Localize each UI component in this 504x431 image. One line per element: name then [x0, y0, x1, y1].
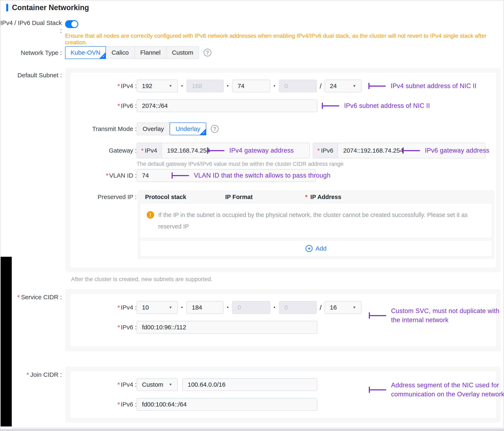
subnet-ipv4-octet3-input[interactable]: 74	[232, 80, 270, 92]
subnet-ipv4-octet2-input: 168	[187, 80, 224, 92]
dot-separator: ·	[270, 303, 279, 312]
preserved-ip-row: Preserved IP : Protocol stack IP Format …	[70, 190, 496, 259]
default-subnet-panel: * IPv4 : 192 ▼ · 168 · 74 · 0	[65, 68, 501, 272]
default-subnet-label: Default Subnet :	[0, 72, 62, 79]
column-ip-format: IP Format	[225, 194, 305, 200]
join-ipv6-label: * IPv6 :	[70, 401, 137, 408]
service-ipv4-octet1-select[interactable]: 10 ▼	[137, 301, 178, 314]
warning-icon: !	[147, 211, 154, 219]
gateway-ipv6-annotation: IPv6 gateway address	[403, 147, 489, 154]
transmit-mode-segmented: Overlay Underlay ✓	[137, 122, 206, 135]
tab-calico[interactable]: Calico	[106, 46, 135, 59]
dot-separator: ·	[178, 82, 187, 90]
annotation-marker	[207, 148, 224, 154]
default-subnet-card: * IPv4 : 192 ▼ · 168 · 74 · 0	[70, 73, 496, 268]
tab-kube-ovn-label: Kube-OVN	[71, 49, 100, 56]
caret-down-icon: ▼	[169, 306, 172, 309]
tab-kube-ovn[interactable]: Kube-OVN ✓	[65, 46, 106, 59]
dual-stack-toggle[interactable]	[65, 20, 78, 28]
annotation-marker	[369, 387, 386, 393]
gateway-ipv4-annotation: IPv4 gateway address	[207, 147, 294, 154]
tab-custom[interactable]: Custom	[166, 46, 199, 59]
join-cidr-panel: * IPv4 : Custom ▼ 100.64.0.0/16 * IPv6 :…	[65, 367, 501, 423]
column-protocol-stack: Protocol stack	[145, 194, 225, 200]
gateway-ipv6-value[interactable]: 2074::192.168.74.254	[338, 143, 409, 158]
preserved-ip-table-header: Protocol stack IP Format * IP Address	[141, 190, 492, 204]
gateway-label: Gateway :	[70, 147, 137, 154]
preserved-ip-notice: ! If the IP in the subnet is occupied by…	[141, 204, 492, 238]
slash-separator: /	[317, 304, 324, 312]
annotation-marker	[369, 83, 386, 89]
join-cidr-card: * IPv4 : Custom ▼ 100.64.0.0/16 * IPv6 :…	[70, 371, 496, 418]
network-type-segmented: Kube-OVN ✓ Calico Flannel Custom	[65, 46, 199, 59]
annotation-marker	[403, 148, 420, 154]
service-cidr-panel: * IPv4 : 10 ▼ · 184 · 0 · 0	[65, 289, 501, 351]
redaction-block	[1, 257, 12, 426]
subnet-ipv4-label: * IPv4 :	[70, 83, 137, 90]
service-cidr-card: * IPv4 : 10 ▼ · 184 · 0 · 0	[70, 294, 496, 347]
transmit-mode-label: Transmit Mode :	[70, 125, 137, 132]
subnet-ipv6-label: * IPv6 :	[70, 102, 137, 109]
annotation-marker	[172, 172, 189, 178]
tab-flannel: Flannel	[134, 46, 166, 59]
network-type-tabs: Kube-OVN ✓ Calico Flannel Custom ?	[65, 46, 211, 59]
tab-flannel-label: Flannel	[140, 49, 161, 56]
subnet-ipv4-octet4-input: 0	[279, 80, 317, 92]
container-networking-form: Container Networking IPv4 / IPv6 Dual St…	[0, 0, 504, 431]
service-ipv4-label: * IPv4 :	[70, 304, 137, 311]
subnet-ipv4-annotation: IPv4 subnet address of NIC II	[369, 82, 477, 90]
service-ipv6-input[interactable]: fd00:10:96::/112	[137, 321, 317, 334]
gateway-ipv4-group[interactable]: * IPv4 192.168.74.254 IPv4 gateway addre…	[137, 143, 310, 158]
caret-down-icon: ▼	[352, 84, 356, 88]
dot-separator: ·	[224, 303, 232, 312]
vlan-annotation: VLAN ID that the switch allows to pass t…	[172, 172, 331, 179]
join-ipv4-input[interactable]: 100.64.0.0/16	[182, 378, 317, 391]
gateway-ipv6-addon: * IPv6	[313, 143, 338, 158]
vlan-input-wrap: 74 VLAN ID that the switch allows to pas…	[137, 169, 316, 182]
subnet-ipv6-annotation: IPv6 subnet address of NIC II	[322, 102, 430, 110]
subnet-ipv6-row: * IPv6 : 2074::/64 IPv6 subnet address o…	[70, 99, 496, 112]
transmit-mode-help-icon[interactable]: ?	[211, 125, 219, 133]
bottom-strip-light	[12, 427, 504, 429]
check-icon: ✓	[102, 54, 105, 59]
dot-separator: ·	[224, 82, 232, 90]
section-header: Container Networking	[6, 3, 89, 12]
gateway-ipv4-addon: * IPv4	[137, 143, 162, 158]
transmit-mode-row: Transmit Mode : Overlay Underlay ✓ ?	[70, 122, 496, 135]
subnet-ipv4-prefix-select[interactable]: 24 ▼	[324, 80, 362, 92]
gateway-helper-row: The default gateway IPv4/IPv6 value must…	[70, 161, 496, 167]
gateway-ipv6-group[interactable]: * IPv6 2074::192.168.74.254 IPv6 gateway…	[313, 143, 486, 158]
page-title: Container Networking	[12, 3, 89, 12]
bottom-strip-dark	[0, 429, 504, 431]
caret-down-icon: ▼	[169, 84, 172, 88]
service-ipv4-prefix-select[interactable]: 16 ▼	[324, 301, 362, 314]
vlan-row: * VLAN ID : 74 VLAN ID that the switch a…	[70, 169, 496, 182]
gateway-helper-text: The default gateway IPv4/IPv6 value must…	[137, 161, 343, 167]
tab-underlay[interactable]: Underlay ✓	[170, 122, 206, 135]
add-preserved-ip-button[interactable]: + Add	[141, 241, 492, 256]
join-ipv6-input[interactable]: fd00:100:64::/64	[137, 398, 317, 411]
subnet-caption: After the cluster is created, new subnet…	[71, 276, 212, 282]
subnet-ipv4-row: * IPv4 : 192 ▼ · 168 · 74 · 0	[70, 80, 496, 92]
join-ipv6-row: * IPv6 : fd00:100:64::/64	[70, 398, 496, 411]
annotation-marker	[322, 103, 339, 109]
gateway-row: Gateway : * IPv4 192.168.74.254 IPv4 gat…	[70, 143, 496, 158]
network-type-help-icon[interactable]: ?	[204, 49, 211, 56]
dot-separator: ·	[270, 82, 279, 90]
service-ipv4-octet4-input: 0	[279, 301, 317, 314]
tab-overlay[interactable]: Overlay	[137, 122, 170, 135]
dual-stack-label: IPv4 / IPv6 Dual Stack :	[0, 19, 62, 35]
check-icon: ✓	[202, 130, 206, 135]
annotation-marker	[369, 312, 386, 319]
dual-stack-warning: Ensure that all nodes are correctly conf…	[65, 33, 500, 46]
preserved-ip-label: Preserved IP :	[70, 190, 137, 200]
required-mark: *	[118, 83, 120, 90]
tab-calico-label: Calico	[111, 49, 129, 56]
add-icon: +	[306, 245, 313, 252]
subnet-ipv4-octet1-select[interactable]: 192 ▼	[137, 80, 178, 92]
subnet-ipv6-input[interactable]: 2074::/64	[137, 99, 317, 112]
preserved-ip-table: Protocol stack IP Format * IP Address ! …	[138, 190, 495, 259]
service-ipv4-octet2-input[interactable]: 184	[187, 301, 224, 314]
join-ipv4-mode-select[interactable]: Custom ▼	[137, 378, 178, 391]
section-accent-bar	[6, 4, 8, 11]
